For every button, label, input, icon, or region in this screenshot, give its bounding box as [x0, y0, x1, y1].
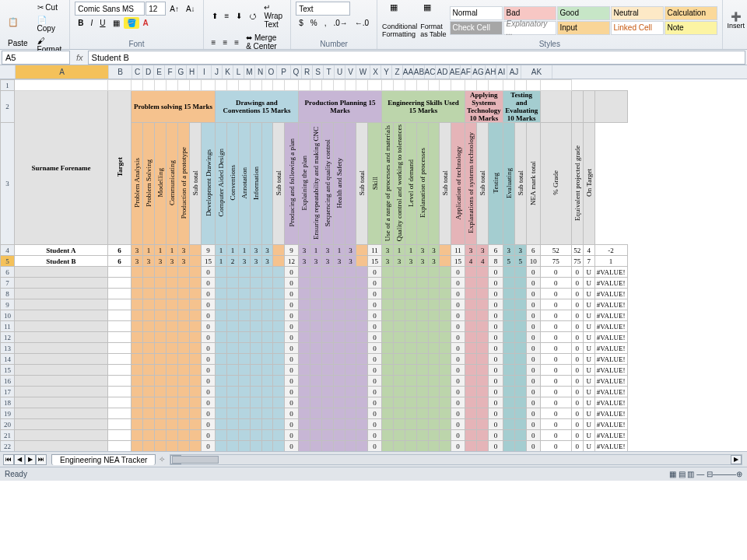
col-header-AH[interactable]: AH: [486, 65, 496, 79]
style-note[interactable]: Note: [665, 21, 717, 35]
orientation-button[interactable]: ⭯: [246, 10, 260, 22]
paste-icon[interactable]: 📋: [8, 17, 28, 37]
col-header-X[interactable]: X: [370, 65, 381, 79]
col-header-I[interactable]: I: [198, 65, 212, 79]
col-header-F[interactable]: F: [165, 65, 176, 79]
col-header-C[interactable]: C: [132, 65, 143, 79]
font-name-select[interactable]: [75, 2, 145, 16]
col-header-W[interactable]: W: [356, 65, 370, 79]
col-header-AF[interactable]: AF: [461, 65, 472, 79]
col-header-O[interactable]: O: [266, 65, 277, 79]
col-header-M[interactable]: M: [244, 65, 255, 79]
style-neutral[interactable]: Neutral: [611, 6, 664, 20]
currency-button[interactable]: $: [296, 17, 307, 29]
style-input[interactable]: Input: [557, 21, 610, 35]
tab-last-icon[interactable]: ⏭: [36, 454, 47, 465]
tab-next-icon[interactable]: ▶: [25, 454, 36, 465]
cut-button[interactable]: ✂ Cut: [34, 2, 65, 13]
status-bar: Ready ▦ ▤ ▥ — ⊟———⊕: [0, 467, 747, 481]
align-bot-button[interactable]: ⬇: [233, 10, 245, 22]
border-button[interactable]: ▦: [110, 17, 123, 29]
col-header-J[interactable]: J: [212, 65, 223, 79]
percent-button[interactable]: %: [307, 17, 321, 29]
column-headers[interactable]: ABCDEFGHIJKLMNOPQRSTUVWXYZAAABACADAEAFAG…: [0, 65, 747, 79]
scroll-right-icon[interactable]: ▶: [731, 455, 742, 464]
conditional-formatting-button[interactable]: ▦Conditional Formatting: [382, 2, 417, 38]
col-header-AJ[interactable]: AJ: [507, 65, 521, 79]
align-center-button[interactable]: ≡: [219, 37, 230, 48]
wrap-text-button[interactable]: ↵ Wrap Text: [261, 2, 286, 30]
style-normal[interactable]: Normal: [450, 6, 503, 20]
merge-button[interactable]: ⬌ Merge & Center: [243, 32, 286, 52]
col-header-G[interactable]: G: [176, 65, 187, 79]
fill-color-button[interactable]: 🪣: [124, 17, 139, 29]
comma-button[interactable]: ,: [321, 17, 330, 29]
col-header-Q[interactable]: Q: [291, 65, 302, 79]
group-title: Number: [296, 39, 372, 48]
col-header-Y[interactable]: Y: [381, 65, 392, 79]
name-box[interactable]: A5: [2, 51, 70, 65]
decrease-font-button[interactable]: A↓: [183, 3, 198, 15]
col-header-AC[interactable]: AC: [425, 65, 436, 79]
group-number: $ % , .0→ ←.0 Number: [291, 0, 377, 49]
format-as-table-button[interactable]: ▦Format as Table: [420, 2, 446, 38]
col-header-E[interactable]: E: [154, 65, 165, 79]
align-mid-button[interactable]: ≡: [222, 10, 233, 22]
increase-font-button[interactable]: A↑: [167, 3, 182, 15]
style-checkcell[interactable]: Check Cell: [450, 21, 503, 35]
dec-dec-button[interactable]: ←.0: [352, 17, 372, 29]
insert-button[interactable]: ➕Insert: [728, 12, 745, 30]
fx-icon[interactable]: fx: [72, 53, 88, 62]
bold-button[interactable]: B: [75, 17, 86, 29]
col-header-K[interactable]: K: [223, 65, 233, 79]
col-header-D[interactable]: D: [143, 65, 154, 79]
style-calculation[interactable]: Calculation: [665, 6, 717, 20]
align-right-button[interactable]: ≡: [231, 37, 242, 48]
col-header-P[interactable]: P: [277, 65, 291, 79]
col-header-[interactable]: [0, 65, 16, 79]
col-header-V[interactable]: V: [345, 65, 356, 79]
col-header-B[interactable]: B: [109, 65, 132, 79]
inc-dec-button[interactable]: .0→: [330, 17, 350, 29]
align-top-button[interactable]: ⬆: [209, 10, 221, 22]
col-header-AD[interactable]: AD: [436, 65, 450, 79]
col-header-T[interactable]: T: [324, 65, 335, 79]
col-header-AE[interactable]: AE: [450, 65, 461, 79]
col-header-AA[interactable]: AA: [403, 65, 414, 79]
tab-nav[interactable]: ⏮ ◀ ▶ ⏭: [0, 454, 50, 465]
underline-button[interactable]: U: [96, 17, 108, 29]
col-header-H[interactable]: H: [187, 65, 198, 79]
copy-button[interactable]: 📄 Copy: [34, 14, 65, 34]
new-sheet-icon[interactable]: ✧: [159, 455, 165, 464]
tab-first-icon[interactable]: ⏮: [3, 454, 14, 465]
col-header-L[interactable]: L: [233, 65, 244, 79]
formula-input[interactable]: Student B: [88, 51, 745, 65]
col-header-S[interactable]: S: [313, 65, 324, 79]
col-header-AI[interactable]: AI: [496, 65, 507, 79]
group-title: Styles: [382, 39, 717, 48]
col-header-Z[interactable]: Z: [392, 65, 403, 79]
sheet-tab[interactable]: Engineering NEA Tracker: [51, 454, 156, 465]
grid[interactable]: 12Surname ForenameTargetProblem solving …: [0, 79, 747, 451]
number-format-select[interactable]: [296, 2, 350, 16]
paste-button[interactable]: Paste: [5, 37, 31, 49]
view-controls[interactable]: ▦ ▤ ▥ — ⊟———⊕: [669, 470, 742, 478]
col-header-AB[interactable]: AB: [414, 65, 425, 79]
col-header-U[interactable]: U: [335, 65, 345, 79]
tab-prev-icon[interactable]: ◀: [14, 454, 25, 465]
style-good[interactable]: Good: [557, 6, 610, 20]
horizontal-scrollbar[interactable]: ◀ ▶: [170, 454, 742, 465]
col-header-N[interactable]: N: [255, 65, 266, 79]
col-header-AK[interactable]: AK: [521, 65, 552, 79]
scroll-thumb[interactable]: [172, 456, 219, 464]
style-bad[interactable]: Bad: [503, 6, 556, 20]
col-header-AG[interactable]: AG: [472, 65, 486, 79]
italic-button[interactable]: I: [88, 17, 96, 29]
col-header-A[interactable]: A: [16, 65, 109, 79]
style-linkedcell[interactable]: Linked Cell: [611, 21, 664, 35]
col-header-R[interactable]: R: [302, 65, 313, 79]
style-explanatory[interactable]: Explanatory ...: [503, 21, 556, 35]
font-color-button[interactable]: A: [140, 17, 152, 29]
align-left-button[interactable]: ≡: [209, 37, 219, 48]
font-size-select[interactable]: [146, 2, 166, 16]
